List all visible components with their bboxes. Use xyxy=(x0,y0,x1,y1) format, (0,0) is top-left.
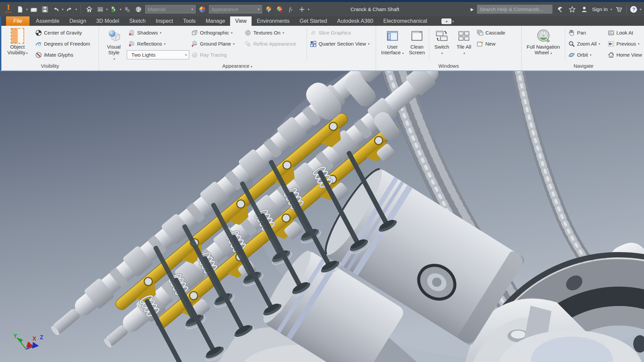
user-icon[interactable] xyxy=(580,5,589,14)
lighting-style-combobox[interactable]: Two Lights ▾ xyxy=(127,50,189,59)
object-visibility-button[interactable]: Object Visibility▾ xyxy=(1,26,34,56)
clean-screen-button[interactable]: Clean Screen xyxy=(406,26,428,56)
ray-tracing-icon xyxy=(191,52,198,58)
store-cart-icon[interactable] xyxy=(614,5,623,14)
tab-view[interactable]: View xyxy=(230,16,252,26)
save-icon[interactable] xyxy=(41,5,49,14)
tile-all-button[interactable]: Tile All▾ xyxy=(453,26,475,56)
redo-arrow[interactable]: ▾ xyxy=(75,8,77,11)
open-folder-icon[interactable] xyxy=(30,5,38,14)
ribbon-collapse-button[interactable]: ▲ xyxy=(441,18,451,24)
select-tool-arrow[interactable]: ▾ xyxy=(120,8,121,11)
tab-3d-model[interactable]: 3D Model xyxy=(91,16,124,26)
search-expand-arrow[interactable]: ▶ xyxy=(471,7,474,12)
viewport-3d[interactable]: Y X Z xyxy=(0,71,644,362)
add-to-qat-icon[interactable] xyxy=(298,5,306,14)
switch-button[interactable]: Switch▾ xyxy=(431,26,453,56)
clear-appearance-icon[interactable] xyxy=(275,5,284,14)
favorites-star-icon[interactable] xyxy=(568,5,577,14)
qat-customize-arrow[interactable]: ▾ xyxy=(308,8,310,11)
material-combobox[interactable]: Material ▾ xyxy=(145,5,196,13)
home-icon[interactable] xyxy=(85,5,94,14)
appearance-combobox[interactable]: Appearance ▾ xyxy=(209,5,262,13)
degrees-of-freedom-button[interactable]: Degrees of Freedom xyxy=(34,38,92,49)
tab-get-started[interactable]: Get Started xyxy=(294,16,332,26)
appearance-wheel-icon[interactable] xyxy=(198,5,207,14)
tab-inspect[interactable]: Inspect xyxy=(151,16,178,26)
axis-label-y: Y xyxy=(13,333,17,339)
panel-label-appearance[interactable]: Appearance ▾ xyxy=(99,63,376,70)
render-gallery-arrow[interactable]: ▾ xyxy=(106,8,108,11)
select-tool-icon[interactable] xyxy=(109,5,118,14)
imate-glyphs-button[interactable]: iMate Glyphs xyxy=(34,49,92,60)
tab-environments[interactable]: Environments xyxy=(252,16,294,26)
axis-label-z: Z xyxy=(40,335,43,340)
reflections-icon xyxy=(128,41,135,47)
logo-pro-badge: PRO xyxy=(5,11,12,14)
ribbon: Object Visibility▾ Center of Gravity Deg… xyxy=(0,26,644,71)
sign-in-button[interactable]: Sign In xyxy=(592,6,608,12)
communication-center-icon[interactable] xyxy=(556,5,565,14)
new-file-arrow[interactable]: ▾ xyxy=(26,8,28,11)
orbit-button[interactable]: Orbit ▾ xyxy=(567,49,606,60)
refine-appearance-button[interactable]: Refine Appearance xyxy=(243,38,305,49)
adjust-appearance-icon[interactable] xyxy=(264,5,273,14)
user-interface-button[interactable]: User Interface ▾ xyxy=(379,26,406,56)
inventor-logo[interactable]: I PRO xyxy=(3,3,13,15)
panel-navigate: Full Navigation Wheel ▾ Pan Zoom All ▾ xyxy=(521,26,644,70)
tab-tools[interactable]: Tools xyxy=(178,16,201,26)
inventor-window: I PRO ▾ ▾ ▾ ▾ ▾ Material ▾ Appearance ▾ … xyxy=(0,0,644,362)
center-of-gravity-button[interactable]: Center of Gravity xyxy=(34,27,92,38)
panel-label-navigate: Navigate xyxy=(522,63,644,70)
sign-in-arrow[interactable]: ▾ xyxy=(610,8,612,11)
material-browser-icon[interactable] xyxy=(134,5,143,14)
tab-sketch[interactable]: Sketch xyxy=(124,16,151,26)
visual-style-icon xyxy=(107,27,120,44)
tab-electromechanical[interactable]: Electromechanical xyxy=(378,16,432,26)
search-input[interactable] xyxy=(477,5,552,14)
look-at-button[interactable]: Look At xyxy=(606,27,644,38)
home-view-button[interactable]: Home View xyxy=(606,49,644,60)
slice-graphics-button[interactable]: Slice Graphics xyxy=(308,27,376,38)
zoom-all-button[interactable]: Zoom All ▾ xyxy=(567,38,606,49)
undo-icon[interactable] xyxy=(52,5,60,14)
render-gallery-icon[interactable] xyxy=(96,5,105,14)
iproperties-icon[interactable] xyxy=(123,5,132,14)
shadows-button[interactable]: Shadows ▾ xyxy=(127,27,190,38)
visual-style-button[interactable]: Visual Style▾ xyxy=(101,26,127,61)
tab-design[interactable]: Design xyxy=(64,16,91,26)
tab-manage[interactable]: Manage xyxy=(201,16,230,26)
panel-visibility: Object Visibility▾ Center of Gravity Deg… xyxy=(1,26,99,70)
help-arrow[interactable]: ▾ xyxy=(640,8,641,11)
user-interface-icon xyxy=(386,27,399,44)
cascade-button[interactable]: Cascade xyxy=(475,27,512,38)
ribbon-display-options-arrow[interactable]: ▾ xyxy=(452,20,454,23)
orthographic-button[interactable]: Orthographic ▾ xyxy=(190,27,243,38)
full-navigation-wheel-button[interactable]: Full Navigation Wheel ▾ xyxy=(523,26,564,56)
cascade-icon xyxy=(477,29,483,36)
home-view-icon xyxy=(608,52,614,58)
ground-plane-button[interactable]: Ground Plane ▾ xyxy=(190,38,243,49)
quarter-section-view-button[interactable]: Quarter Section View ▾ xyxy=(308,38,376,49)
undo-arrow[interactable]: ▾ xyxy=(62,8,64,11)
ground-plane-icon xyxy=(191,41,198,47)
titlebar: I PRO ▾ ▾ ▾ ▾ ▾ Material ▾ Appearance ▾ … xyxy=(0,2,644,16)
previous-view-button[interactable]: Previous ▾ xyxy=(606,38,644,49)
redo-icon[interactable] xyxy=(65,5,74,14)
reflections-button[interactable]: Reflections ▾ xyxy=(127,38,190,49)
pan-button[interactable]: Pan xyxy=(567,27,606,38)
axis-label-x: X xyxy=(33,336,36,342)
new-window-button[interactable]: New xyxy=(475,38,512,49)
quarter-section-view-icon xyxy=(310,41,317,47)
orbit-icon xyxy=(568,52,575,58)
ray-tracing-button[interactable]: Ray Tracing xyxy=(190,49,243,60)
object-visibility-icon xyxy=(11,28,24,44)
help-icon[interactable]: ? xyxy=(630,6,637,13)
textures-on-button[interactable]: Textures On ▾ xyxy=(243,27,305,38)
parameters-fx-icon[interactable]: fx xyxy=(286,5,295,14)
new-file-icon[interactable] xyxy=(16,5,24,14)
tab-autodesk-a360[interactable]: Autodesk A360 xyxy=(332,16,378,26)
viewport-scene[interactable]: Y X Z xyxy=(0,71,644,362)
tab-file[interactable]: File xyxy=(6,16,30,26)
tab-assemble[interactable]: Assemble xyxy=(31,16,64,26)
